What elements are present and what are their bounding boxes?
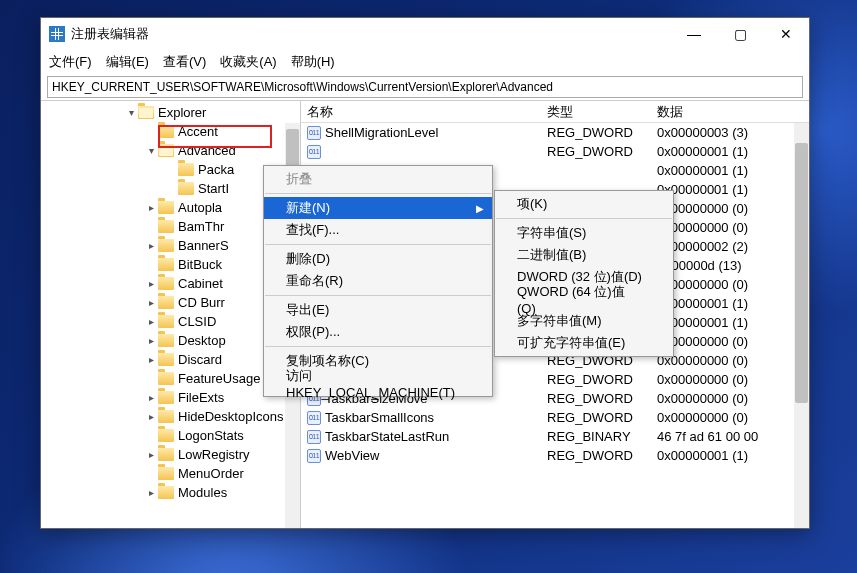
value-data: 0x00000001 (1) <box>651 315 809 330</box>
tree-item[interactable]: FeatureUsage <box>41 369 300 388</box>
tree-item[interactable]: ▸LowRegistry <box>41 445 300 464</box>
ctx-separator <box>265 346 491 347</box>
ctx-rename[interactable]: 重命名(R) <box>264 270 492 292</box>
menu-view[interactable]: 查看(V) <box>163 53 206 71</box>
menu-edit[interactable]: 编辑(E) <box>106 53 149 71</box>
tree-item[interactable]: ▸HideDesktopIcons <box>41 407 300 426</box>
tree-item[interactable]: ▸BannerS <box>41 236 300 255</box>
tree-expander-icon[interactable]: ▸ <box>145 449 157 461</box>
tree-expander-icon[interactable] <box>145 430 157 442</box>
ctx-new-string[interactable]: 字符串值(S) <box>495 222 673 244</box>
menu-favorites[interactable]: 收藏夹(A) <box>220 53 276 71</box>
tree-expander-icon[interactable]: ▸ <box>145 316 157 328</box>
value-data: 0x00000002 (2) <box>651 239 809 254</box>
tree-expander-icon[interactable]: ▸ <box>145 411 157 423</box>
tree-label: StartI <box>198 181 229 196</box>
tree-expander-icon[interactable]: ▾ <box>145 145 157 157</box>
list-row[interactable]: ShellMigrationLevelREG_DWORD0x00000003 (… <box>301 123 809 142</box>
list-row[interactable]: REG_DWORD0x00000001 (1) <box>301 142 809 161</box>
ctx-find[interactable]: 查找(F)... <box>264 219 492 241</box>
tree-expander-icon[interactable]: ▾ <box>125 107 137 119</box>
ctx-permissions[interactable]: 权限(P)... <box>264 321 492 343</box>
minimize-button[interactable]: — <box>671 19 717 49</box>
list-scroll-thumb[interactable] <box>795 143 808 403</box>
tree-expander-icon[interactable]: ▸ <box>145 240 157 252</box>
value-data: 0x00000000 (0) <box>651 220 809 235</box>
close-button[interactable]: ✕ <box>763 19 809 49</box>
tree-expander-icon[interactable]: ▸ <box>145 392 157 404</box>
ctx-goto-hklm[interactable]: 访问 HKEY_LOCAL_MACHINE(T) <box>264 372 492 394</box>
tree-expander-icon[interactable] <box>145 373 157 385</box>
ctx-new-binary[interactable]: 二进制值(B) <box>495 244 673 266</box>
tree-item[interactable]: LogonStats <box>41 426 300 445</box>
ctx-new-multistring[interactable]: 多字符串值(M) <box>495 310 673 332</box>
folder-icon <box>158 467 174 480</box>
tree-expander-icon[interactable] <box>165 164 177 176</box>
tree-expander-icon[interactable] <box>145 468 157 480</box>
col-header-data[interactable]: 数据 <box>651 101 809 122</box>
tree-item[interactable]: ▸Desktop <box>41 331 300 350</box>
tree-item[interactable]: ▸Cabinet <box>41 274 300 293</box>
tree-item[interactable]: Packa <box>41 160 300 179</box>
tree-label: Explorer <box>158 105 206 120</box>
menubar: 文件(F) 编辑(E) 查看(V) 收藏夹(A) 帮助(H) <box>41 50 809 74</box>
col-header-type[interactable]: 类型 <box>541 101 651 122</box>
value-data: 0x00000001 (1) <box>651 448 809 463</box>
tree-expander-icon[interactable]: ▸ <box>145 202 157 214</box>
tree-label: Cabinet <box>178 276 223 291</box>
folder-icon <box>158 220 174 233</box>
list-row[interactable]: WebViewREG_DWORD0x00000001 (1) <box>301 446 809 465</box>
folder-icon <box>158 239 174 252</box>
tree-item[interactable]: ▸Modules <box>41 483 300 502</box>
menu-help[interactable]: 帮助(H) <box>291 53 335 71</box>
tree-item[interactable]: ▾Explorer <box>41 103 300 122</box>
tree-item[interactable]: ▸Autopla <box>41 198 300 217</box>
titlebar[interactable]: 注册表编辑器 — ▢ ✕ <box>41 18 809 50</box>
tree-item[interactable]: StartI <box>41 179 300 198</box>
tree-label: FileExts <box>178 390 224 405</box>
tree-expander-icon[interactable]: ▸ <box>145 487 157 499</box>
col-header-name[interactable]: 名称 <box>301 101 541 122</box>
ctx-separator <box>496 218 672 219</box>
ctx-export[interactable]: 导出(E) <box>264 299 492 321</box>
tree-expander-icon[interactable] <box>165 183 177 195</box>
tree-expander-icon[interactable]: ▸ <box>145 335 157 347</box>
tree-expander-icon[interactable] <box>145 259 157 271</box>
address-bar[interactable]: HKEY_CURRENT_USER\SOFTWARE\Microsoft\Win… <box>47 76 803 98</box>
list-row[interactable]: TaskbarSmallIconsREG_DWORD0x00000000 (0) <box>301 408 809 427</box>
tree-expander-icon[interactable]: ▸ <box>145 354 157 366</box>
tree-label: Desktop <box>178 333 226 348</box>
tree-item[interactable]: ▸FileExts <box>41 388 300 407</box>
tree-pane[interactable]: ▾ExplorerAccent▾AdvancedPackaStartI▸Auto… <box>41 101 301 528</box>
value-name: ShellMigrationLevel <box>325 125 438 140</box>
tree-item[interactable]: BamThr <box>41 217 300 236</box>
ctx-separator <box>265 244 491 245</box>
tree-item[interactable]: ▸Discard <box>41 350 300 369</box>
tree-expander-icon[interactable]: ▸ <box>145 278 157 290</box>
tree-expander-icon[interactable] <box>145 221 157 233</box>
tree-label: LowRegistry <box>178 447 250 462</box>
ctx-new-key[interactable]: 项(K) <box>495 193 673 215</box>
tree-item[interactable]: MenuOrder <box>41 464 300 483</box>
ctx-delete[interactable]: 删除(D) <box>264 248 492 270</box>
ctx-collapse[interactable]: 折叠 <box>264 168 492 190</box>
tree-item[interactable]: ▸CLSID <box>41 312 300 331</box>
maximize-button[interactable]: ▢ <box>717 19 763 49</box>
tree-item[interactable]: ▸CD Burr <box>41 293 300 312</box>
tree-label: Advanced <box>178 143 236 158</box>
list-scrollbar[interactable] <box>794 123 809 528</box>
ctx-new-qword[interactable]: QWORD (64 位)值(Q) <box>495 288 673 310</box>
tree-item[interactable]: Accent <box>41 122 300 141</box>
tree-expander-icon[interactable]: ▸ <box>145 297 157 309</box>
tree-item[interactable]: ▾Advanced <box>41 141 300 160</box>
value-type: REG_DWORD <box>541 391 651 406</box>
ctx-new-expandstring[interactable]: 可扩充字符串值(E) <box>495 332 673 354</box>
folder-icon <box>158 391 174 404</box>
tree-expander-icon[interactable] <box>145 126 157 138</box>
folder-icon <box>158 144 174 157</box>
folder-icon <box>178 163 194 176</box>
tree-item[interactable]: BitBuck <box>41 255 300 274</box>
menu-file[interactable]: 文件(F) <box>49 53 92 71</box>
list-row[interactable]: TaskbarStateLastRunREG_BINARY46 7f ad 61… <box>301 427 809 446</box>
ctx-new[interactable]: 新建(N)▶ <box>264 197 492 219</box>
